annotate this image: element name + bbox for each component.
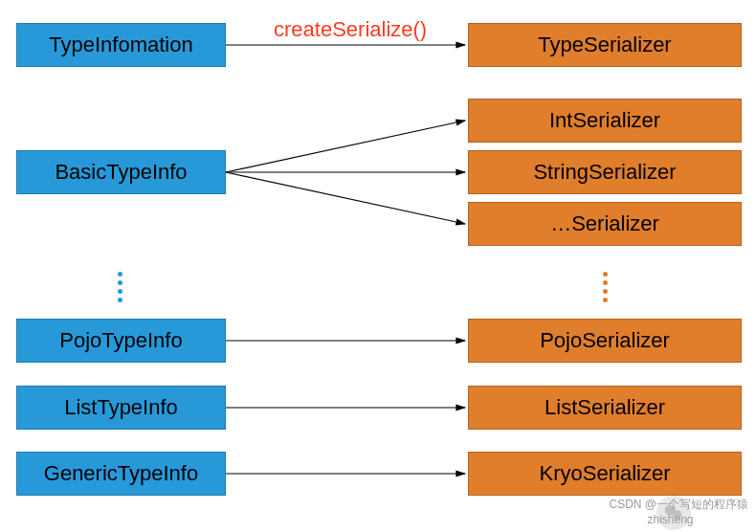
type-serializer-box: TypeSerializer [468,23,742,67]
csdn-watermark: CSDN @一个写短的程序猿 zhisheng [609,497,748,526]
int-serializer-box: IntSerializer [468,99,742,143]
generic-type-info-box: GenericTypeInfo [16,452,226,496]
ellipsis-blue-icon [118,272,122,302]
pojo-serializer-box: PojoSerializer [468,319,742,363]
svg-line-1 [226,121,465,172]
list-serializer-box: ListSerializer [468,386,742,430]
ellipsis-orange-icon [603,272,608,302]
list-type-info-box: ListTypeInfo [16,386,226,430]
type-information-box: TypeInfomation [16,23,226,67]
kryo-serializer-box: KryoSerializer [468,452,742,496]
basic-type-info-box: BasicTypeInfo [16,150,226,194]
string-serializer-box: StringSerializer [468,150,742,194]
etc-serializer-box: …Serializer [468,202,742,246]
svg-line-3 [226,172,465,224]
create-serialize-label: createSerialize() [274,17,427,42]
pojo-type-info-box: PojoTypeInfo [16,319,226,363]
